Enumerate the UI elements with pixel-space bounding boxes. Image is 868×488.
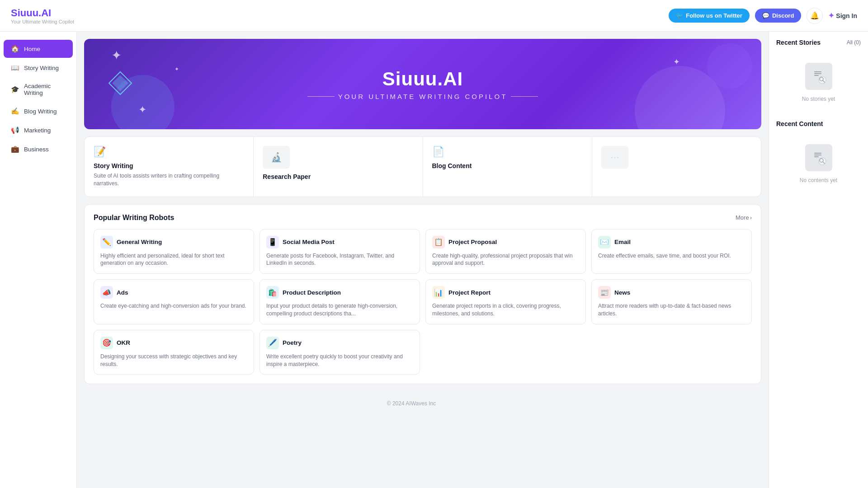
- signin-label: Sign In: [836, 12, 857, 19]
- research-placeholder-icon: 🔬: [271, 152, 282, 163]
- blog-content-icon: 📄: [432, 146, 583, 158]
- robot-card-okr[interactable]: 🎯 OKR Designing your success with strate…: [94, 330, 254, 375]
- footer-text: © 2024 AIWaves Inc: [387, 400, 436, 407]
- robot-desc-project-report: Generate project reports in a click, cov…: [432, 302, 579, 318]
- robot-name-poetry: Poetry: [283, 339, 302, 346]
- home-icon: 🏠: [11, 45, 19, 53]
- hero-bg-circle3: [707, 43, 752, 89]
- sidebar-item-label: Business: [24, 146, 49, 153]
- robot-desc-social-media-post: Generate posts for Facebook, Instagram, …: [266, 252, 413, 267]
- topnav-right: 🐦 Follow us on Twitter 💬 Discord 🔔 ✦ Sig…: [669, 8, 857, 24]
- hero-line-left: [307, 96, 335, 97]
- svg-rect-1: [814, 71, 821, 72]
- robot-name-social-media-post: Social Media Post: [283, 239, 335, 245]
- feature-card-blog-content[interactable]: 📄 Blog Content: [423, 137, 592, 197]
- logo-area: Siuuu.AI Your Ultimate Writing Copilot: [11, 7, 88, 24]
- robot-name-okr: OKR: [117, 339, 130, 346]
- robot-desc-news: Attract more readers with up-to-date & f…: [598, 302, 745, 318]
- sidebar-item-blog-writing[interactable]: ✍️ Blog Writing: [4, 102, 73, 120]
- sidebar: 🏠 Home 📖 Story Writing 🎓 Academic Writin…: [0, 32, 77, 488]
- robot-name-news: News: [614, 289, 630, 296]
- feature-card-more[interactable]: ⋯: [592, 137, 761, 197]
- star-icon-2: ✦: [673, 57, 680, 67]
- chevron-right-icon: ›: [750, 214, 752, 221]
- robot-card-news[interactable]: 📰 News Attract more readers with up-to-d…: [591, 279, 752, 324]
- feature-desc-story: Suite of AI tools assists writers in cra…: [94, 172, 244, 188]
- robot-icon-poetry: 🖊️: [266, 337, 279, 349]
- feature-title-story: Story Writing: [94, 162, 244, 169]
- story-writing-icon: 📝: [94, 146, 244, 158]
- research-placeholder: 🔬: [263, 146, 290, 169]
- robot-icon-social-media-post: 📱: [266, 236, 279, 249]
- hero-banner: ✦ ✦ ✦ ✦ Siuuu.AI Your Ultimate Writing C…: [84, 39, 761, 129]
- stories-empty-state: No stories yet: [776, 52, 861, 111]
- feature-title-blog: Blog Content: [432, 162, 583, 169]
- robot-desc-general-writing: Highly efficient and personalized, ideal…: [100, 252, 247, 267]
- feature-card-story-writing[interactable]: 📝 Story Writing Suite of AI tools assist…: [85, 137, 254, 197]
- robot-name-general-writing: General Writing: [117, 239, 162, 245]
- layout: 🏠 Home 📖 Story Writing 🎓 Academic Writin…: [0, 32, 868, 488]
- notification-bell-button[interactable]: 🔔: [807, 8, 823, 24]
- feature-card-research-paper[interactable]: 🔬 Research Paper: [254, 137, 423, 197]
- hero-subtitle-text: Your Ultimate Writing Copilot: [338, 93, 508, 100]
- robot-card-project-report[interactable]: 📊 Project Report Generate project report…: [425, 279, 586, 324]
- recent-content-section: Recent Content: [776, 120, 861, 192]
- topnav: Siuuu.AI Your Ultimate Writing Copilot 🐦…: [0, 0, 868, 32]
- robot-icon-general-writing: ✏️: [100, 236, 113, 249]
- popular-title: Popular Writing Robots: [94, 214, 174, 222]
- robot-card-email[interactable]: ✉️ Email Create effective emails, save t…: [591, 229, 752, 274]
- star-icon-3: ✦: [138, 104, 146, 116]
- section-header: Popular Writing Robots More ›: [94, 214, 752, 222]
- sidebar-item-label: Academic Writing: [24, 83, 66, 96]
- recent-content-header: Recent Content: [776, 120, 861, 127]
- robot-name-email: Email: [614, 239, 631, 245]
- robot-icon-ads: 📣: [100, 286, 113, 299]
- twitter-label: Follow us on Twitter: [686, 12, 742, 19]
- svg-rect-9: [814, 155, 821, 155]
- sidebar-item-label: Marketing: [24, 127, 51, 134]
- sidebar-item-label: Story Writing: [24, 65, 59, 71]
- svg-rect-10: [814, 156, 819, 157]
- logo-title: Siuuu.AI: [11, 7, 88, 19]
- robot-icon-project-proposal: 📋: [432, 236, 445, 249]
- logo-subtitle: Your Ultimate Writing Copilot: [11, 19, 88, 24]
- robot-icon-project-report: 📊: [432, 286, 445, 299]
- features-row: 📝 Story Writing Suite of AI tools assist…: [84, 136, 761, 197]
- stories-empty-image: [805, 63, 832, 90]
- sidebar-item-marketing[interactable]: 📢 Marketing: [4, 121, 73, 139]
- robot-card-general-writing[interactable]: ✏️ General Writing Highly efficient and …: [94, 229, 254, 274]
- robot-card-header-okr: 🎯 OKR: [100, 337, 247, 349]
- more-label: More: [736, 214, 749, 221]
- recent-content-title: Recent Content: [776, 120, 823, 127]
- footer: © 2024 AIWaves Inc: [154, 391, 669, 416]
- robot-card-header-general-writing: ✏️ General Writing: [100, 236, 247, 249]
- popular-section: Popular Writing Robots More › ✏️ General…: [84, 204, 761, 385]
- robots-grid: ✏️ General Writing Highly efficient and …: [94, 229, 752, 375]
- content-empty-image: [805, 144, 832, 171]
- robot-card-product-description[interactable]: 🛍️ Product Description Input your produc…: [259, 279, 420, 324]
- robot-card-project-proposal[interactable]: 📋 Project Proposal Create high-quality, …: [425, 229, 586, 274]
- sidebar-item-business[interactable]: 💼 Business: [4, 140, 73, 158]
- robot-name-project-report: Project Report: [448, 289, 491, 296]
- recent-stories-title: Recent Stories: [776, 39, 821, 46]
- stories-all-button[interactable]: All (0): [847, 39, 861, 46]
- hero-line-right: [511, 96, 538, 97]
- robot-card-header-news: 📰 News: [598, 286, 745, 299]
- robot-card-ads[interactable]: 📣 Ads Create eye-catching and high-conve…: [94, 279, 254, 324]
- content-empty-icon: [803, 142, 835, 174]
- diamond-decoration: [107, 70, 134, 99]
- sidebar-item-academic-writing[interactable]: 🎓 Academic Writing: [4, 78, 73, 101]
- bell-icon: 🔔: [810, 11, 819, 20]
- hero-title: Siuuu.AI: [382, 68, 463, 90]
- signin-button[interactable]: ✦ Sign In: [828, 11, 857, 20]
- sidebar-item-story-writing[interactable]: 📖 Story Writing: [4, 59, 73, 77]
- content-empty-text: No contents yet: [800, 177, 837, 183]
- robot-card-poetry[interactable]: 🖊️ Poetry Write excellent poetry quickly…: [259, 330, 420, 375]
- robot-name-project-proposal: Project Proposal: [448, 239, 497, 245]
- sidebar-item-home[interactable]: 🏠 Home: [4, 40, 73, 58]
- popular-more-button[interactable]: More ›: [736, 214, 752, 221]
- discord-button[interactable]: 💬 Discord: [755, 9, 801, 23]
- robot-card-social-media-post[interactable]: 📱 Social Media Post Generate posts for F…: [259, 229, 420, 274]
- twitter-button[interactable]: 🐦 Follow us on Twitter: [669, 9, 750, 23]
- robot-icon-okr: 🎯: [100, 337, 113, 349]
